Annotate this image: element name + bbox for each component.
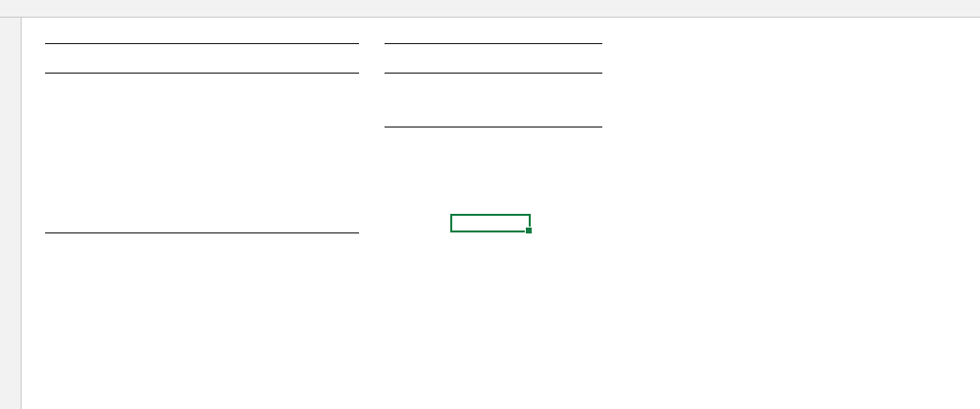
header-outstanding-amount[interactable] [530,44,602,73]
header-balance[interactable] [451,44,530,73]
row-header-strip [0,18,22,409]
header-no-of-days[interactable] [245,44,308,73]
header-amount[interactable] [308,44,359,73]
contractual-periods-chart[interactable] [618,20,980,409]
fill-handle[interactable] [525,227,533,234]
header-ref[interactable] [45,44,122,73]
header-asof-date[interactable] [385,44,451,73]
excel-spreadsheet [0,0,980,409]
cell-annotation-lambda-helper[interactable] [530,18,602,43]
selected-cell-I11[interactable] [450,214,531,232]
column-header-strip [0,0,980,18]
asof-table-header [385,43,602,74]
asof-table-body [385,74,602,128]
contracts-table-header [45,43,359,74]
cell-annotation-dyn-array[interactable] [451,18,530,43]
header-start-date[interactable] [122,44,182,73]
header-maturity-date[interactable] [182,44,245,73]
contracts-table-body [45,74,359,233]
